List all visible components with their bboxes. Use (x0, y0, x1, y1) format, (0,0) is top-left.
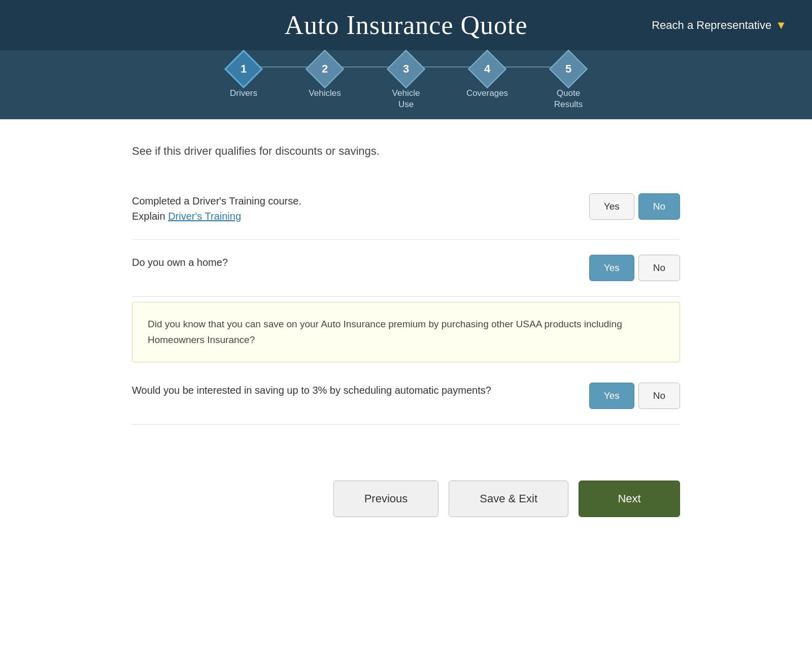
page-title: Auto Insurance Quote (284, 10, 527, 40)
drivers-training-text: Completed a Driver's Training course. (132, 195, 301, 207)
previous-button[interactable]: Previous (333, 481, 439, 517)
step-4-diamond: 4 (468, 50, 506, 88)
own-home-row: Do you own a home? Yes No (132, 240, 680, 297)
main-content: See if this driver qualifies for discoun… (101, 119, 710, 450)
step-3-number: 3 (403, 62, 409, 76)
own-home-no-button[interactable]: No (638, 255, 680, 281)
save-exit-button[interactable]: Save & Exit (449, 481, 568, 517)
auto-payments-btn-group: Yes No (589, 383, 680, 409)
steps-container: 1 Drivers 2 Vehicles 3 VehicleUse 4 Cove… (0, 50, 812, 119)
step-1-label: Drivers (230, 88, 257, 99)
step-4[interactable]: 4 Coverages (447, 55, 528, 110)
auto-payments-yes-button[interactable]: Yes (589, 383, 634, 409)
own-home-btn-group: Yes No (589, 255, 680, 281)
reach-rep-icon: ▼ (775, 19, 787, 32)
drivers-training-link[interactable]: Driver's Training (168, 211, 241, 222)
step-1-diamond: 1 (224, 50, 263, 88)
drivers-training-row: Completed a Driver's Training course. Ex… (132, 178, 680, 240)
drivers-training-yes-button[interactable]: Yes (589, 193, 634, 220)
drivers-training-no-button[interactable]: No (638, 193, 680, 220)
step-3-label: VehicleUse (392, 88, 420, 110)
step-2-number: 2 (322, 62, 328, 76)
info-box-text: Did you know that you can save on your A… (148, 319, 622, 345)
step-5[interactable]: 5 QuoteResults (528, 55, 609, 110)
step-3-diamond: 3 (387, 50, 425, 88)
page-header: Auto Insurance Quote Reach a Representat… (0, 0, 812, 50)
step-1[interactable]: 1 Drivers (203, 55, 284, 110)
intro-text: See if this driver qualifies for discoun… (132, 145, 680, 158)
step-5-label: QuoteResults (554, 88, 583, 110)
step-5-number: 5 (565, 62, 571, 76)
reach-rep-label: Reach a Representative (652, 19, 771, 32)
step-2-label: Vehicles (309, 88, 341, 99)
drivers-training-explain: Explain (132, 211, 168, 222)
info-box: Did you know that you can save on your A… (132, 302, 680, 362)
own-home-question: Do you own a home? (132, 255, 559, 270)
auto-payments-row: Would you be interested in saving up to … (132, 367, 680, 425)
auto-payments-no-button[interactable]: No (638, 383, 680, 409)
drivers-training-btn-group: Yes No (589, 193, 680, 220)
step-2-diamond: 2 (306, 50, 344, 88)
step-1-number: 1 (241, 62, 247, 76)
drivers-training-question: Completed a Driver's Training course. Ex… (132, 193, 559, 224)
reach-representative-button[interactable]: Reach a Representative ▼ (652, 19, 787, 32)
step-5-diamond: 5 (549, 50, 588, 88)
step-3[interactable]: 3 VehicleUse (365, 55, 447, 110)
step-2[interactable]: 2 Vehicles (284, 55, 365, 110)
auto-payments-question: Would you be interested in saving up to … (132, 383, 559, 398)
own-home-text: Do you own a home? (132, 257, 228, 268)
auto-payments-text: Would you be interested in saving up to … (132, 385, 491, 396)
next-button[interactable]: Next (579, 481, 680, 517)
step-4-label: Coverages (466, 88, 508, 99)
own-home-yes-button[interactable]: Yes (589, 255, 634, 281)
footer-actions: Previous Save & Exit Next (101, 450, 710, 537)
step-4-number: 4 (484, 62, 490, 76)
